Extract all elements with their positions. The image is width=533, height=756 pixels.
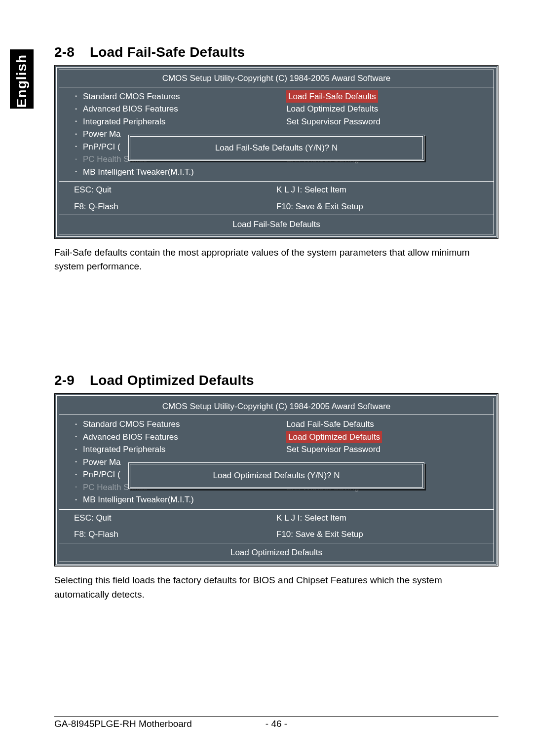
bios-menu-item[interactable]: Load Fail-Safe Defaults — [286, 418, 484, 431]
bios-keys-row-2: F8: Q-Flash F10: Save & Exit Setup — [59, 198, 494, 215]
bios-menu-item-highlight[interactable]: Load Fail-Safe Defaults — [286, 90, 484, 103]
language-tab: English — [10, 49, 34, 109]
bios-key-f10: F10: Save & Exit Setup — [276, 200, 479, 213]
section-title-2: Load Optimized Defaults — [90, 373, 254, 388]
bios-keys-row-1: ESC: Quit K L J I: Select Item — [59, 182, 494, 198]
section-heading-2: 2-9 Load Optimized Defaults — [54, 373, 498, 388]
bios-menu-item[interactable]: •Advanced BIOS Features — [69, 103, 266, 115]
section-number-1: 2-8 — [54, 44, 86, 60]
bios-menu-item-highlight[interactable]: Load Optimized Defaults — [286, 431, 484, 444]
bios-menu-item[interactable]: •Standard CMOS Features — [69, 90, 266, 103]
bios-menu-item[interactable]: •Integrated Peripherals — [69, 115, 266, 128]
bios-menu-item[interactable]: •MB Intelligent Tweaker(M.I.T.) — [69, 166, 266, 179]
section-paragraph-2: Selecting this field loads the factory d… — [54, 573, 498, 602]
bios-key-esc: ESC: Quit — [74, 184, 276, 196]
footer-page-number: - 46 - — [266, 718, 287, 729]
bios-key-f8: F8: Q-Flash — [74, 200, 276, 213]
footer-rule — [54, 716, 498, 717]
section-number-2: 2-9 — [54, 373, 86, 388]
bios-menu-item[interactable]: Load Optimized Defaults — [286, 103, 484, 115]
footer-product: GA-8I945PLGE-RH Motherboard — [54, 718, 266, 729]
section-paragraph-1: Fail-Safe defaults contain the most appr… — [54, 246, 498, 274]
bios-description-2: Load Optimized Defaults — [59, 543, 494, 562]
bios-menu-item[interactable]: •Integrated Peripherals — [69, 443, 266, 456]
bios-dialog-2[interactable]: Load Optimized Defaults (Y/N)? N — [128, 462, 424, 489]
bios-key-select: K L J I: Select Item — [276, 184, 479, 196]
bios-key-f8: F8: Q-Flash — [74, 528, 276, 541]
bios-menu-item[interactable]: •Standard CMOS Features — [69, 418, 266, 431]
bios-menu-item — [286, 493, 484, 506]
bios-menu-item[interactable]: Set Supervisor Password — [286, 443, 484, 456]
bios-keys-row-1b: ESC: Quit K L J I: Select Item — [59, 510, 494, 527]
bios-key-f10: F10: Save & Exit Setup — [276, 528, 479, 541]
bios-screenshot-1: CMOS Setup Utility-Copyright (C) 1984-20… — [54, 65, 498, 239]
bios-title-1: CMOS Setup Utility-Copyright (C) 1984-20… — [59, 70, 494, 87]
bios-menu-item — [286, 166, 484, 179]
bios-key-esc: ESC: Quit — [74, 512, 276, 525]
bios-menu-item[interactable]: •Advanced BIOS Features — [69, 431, 266, 444]
bios-title-2: CMOS Setup Utility-Copyright (C) 1984-20… — [59, 398, 494, 416]
bios-screenshot-2: CMOS Setup Utility-Copyright (C) 1984-20… — [54, 393, 498, 567]
section-title-1: Load Fail-Safe Defaults — [90, 44, 245, 60]
bios-key-select: K L J I: Select Item — [276, 512, 479, 525]
bios-menu-item[interactable]: •MB Intelligent Tweaker(M.I.T.) — [69, 493, 266, 506]
bios-description-1: Load Fail-Safe Defaults — [59, 215, 494, 234]
bios-menu-item[interactable]: Set Supervisor Password — [286, 115, 484, 128]
bios-dialog-1[interactable]: Load Fail-Safe Defaults (Y/N)? N — [128, 135, 424, 161]
bios-keys-row-2b: F8: Q-Flash F10: Save & Exit Setup — [59, 526, 494, 543]
section-heading-1: 2-8 Load Fail-Safe Defaults — [54, 44, 498, 60]
